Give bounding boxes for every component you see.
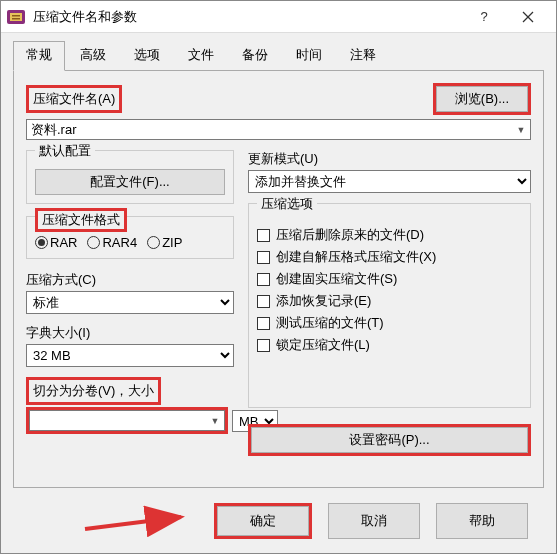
split-label: 切分为分卷(V)，大小 bbox=[26, 377, 161, 405]
checkbox-icon bbox=[257, 273, 270, 286]
set-password-button[interactable]: 设置密码(P)... bbox=[251, 427, 528, 453]
compress-options-group: 压缩选项 压缩后删除原来的文件(D) 创建自解压格式压缩文件(X) 创建固实压缩… bbox=[248, 203, 531, 408]
radio-rar4[interactable]: RAR4 bbox=[87, 235, 137, 250]
update-mode-select[interactable]: 添加并替换文件 bbox=[248, 170, 531, 193]
close-button[interactable] bbox=[506, 2, 550, 32]
checkbox-icon bbox=[257, 295, 270, 308]
checkbox-icon bbox=[257, 229, 270, 242]
svg-rect-3 bbox=[12, 18, 20, 20]
profiles-button[interactable]: 配置文件(F)... bbox=[35, 169, 225, 195]
svg-rect-1 bbox=[10, 13, 22, 21]
tab-general[interactable]: 常规 bbox=[13, 41, 65, 71]
checkbox-icon bbox=[257, 251, 270, 264]
close-icon bbox=[522, 11, 534, 23]
tab-comment[interactable]: 注释 bbox=[337, 41, 389, 71]
radio-zip[interactable]: ZIP bbox=[147, 235, 182, 250]
default-profile-group: 默认配置 配置文件(F)... bbox=[26, 150, 234, 204]
checkbox-icon bbox=[257, 317, 270, 330]
opt-sfx[interactable]: 创建自解压格式压缩文件(X) bbox=[257, 248, 522, 266]
dialog-window: 压缩文件名和参数 ? 常规 高级 选项 文件 备份 时间 注释 压缩文件名(A)… bbox=[0, 0, 557, 554]
tab-panel-general: 压缩文件名(A) 浏览(B)... ▼ 默认配置 配置文件(F)... 压缩文件… bbox=[13, 70, 544, 488]
browse-button[interactable]: 浏览(B)... bbox=[436, 86, 528, 112]
opt-solid[interactable]: 创建固实压缩文件(S) bbox=[257, 270, 522, 288]
archive-format-legend: 压缩文件格式 bbox=[35, 208, 127, 232]
split-size-input[interactable] bbox=[30, 411, 206, 430]
update-mode-label: 更新模式(U) bbox=[248, 150, 531, 168]
tab-time[interactable]: 时间 bbox=[283, 41, 335, 71]
tab-options[interactable]: 选项 bbox=[121, 41, 173, 71]
dict-size-select[interactable]: 32 MB bbox=[26, 344, 234, 367]
titlebar: 压缩文件名和参数 ? bbox=[1, 1, 556, 33]
opt-test[interactable]: 测试压缩的文件(T) bbox=[257, 314, 522, 332]
tab-strip: 常规 高级 选项 文件 备份 时间 注释 bbox=[1, 33, 556, 71]
checkbox-icon bbox=[257, 339, 270, 352]
radio-rar[interactable]: RAR bbox=[35, 235, 77, 250]
cancel-button[interactable]: 取消 bbox=[328, 503, 420, 539]
archive-name-input[interactable] bbox=[27, 120, 512, 139]
tab-files[interactable]: 文件 bbox=[175, 41, 227, 71]
svg-rect-2 bbox=[12, 15, 20, 17]
chevron-down-icon[interactable]: ▼ bbox=[206, 411, 224, 430]
compress-options-legend: 压缩选项 bbox=[257, 195, 317, 213]
opt-recovery[interactable]: 添加恢复记录(E) bbox=[257, 292, 522, 310]
tab-advanced[interactable]: 高级 bbox=[67, 41, 119, 71]
dialog-footer: 确定 取消 帮助 bbox=[1, 503, 556, 539]
archive-name-combo[interactable]: ▼ bbox=[26, 119, 531, 140]
opt-lock[interactable]: 锁定压缩文件(L) bbox=[257, 336, 522, 354]
window-title: 压缩文件名和参数 bbox=[33, 8, 462, 26]
compression-method-label: 压缩方式(C) bbox=[26, 271, 234, 289]
archive-name-label: 压缩文件名(A) bbox=[26, 85, 122, 113]
dict-size-block: 字典大小(I) 32 MB bbox=[26, 324, 234, 367]
default-profile-legend: 默认配置 bbox=[35, 142, 95, 160]
help-button[interactable]: ? bbox=[462, 2, 506, 32]
radio-icon bbox=[147, 236, 160, 249]
dict-size-label: 字典大小(I) bbox=[26, 324, 234, 342]
update-mode-block: 更新模式(U) 添加并替换文件 bbox=[248, 150, 531, 193]
ok-button[interactable]: 确定 bbox=[217, 506, 309, 536]
radio-icon bbox=[35, 236, 48, 249]
split-block: 切分为分卷(V)，大小 ▼ MB bbox=[26, 377, 234, 434]
winrar-icon bbox=[7, 8, 25, 26]
tab-backup[interactable]: 备份 bbox=[229, 41, 281, 71]
opt-delete-after[interactable]: 压缩后删除原来的文件(D) bbox=[257, 226, 522, 244]
help-button-footer[interactable]: 帮助 bbox=[436, 503, 528, 539]
chevron-down-icon[interactable]: ▼ bbox=[512, 120, 530, 139]
split-size-combo[interactable]: ▼ bbox=[29, 410, 225, 431]
radio-icon bbox=[87, 236, 100, 249]
compression-method-block: 压缩方式(C) 标准 bbox=[26, 271, 234, 314]
compression-method-select[interactable]: 标准 bbox=[26, 291, 234, 314]
archive-format-group: 压缩文件格式 RAR RAR4 ZIP bbox=[26, 216, 234, 259]
